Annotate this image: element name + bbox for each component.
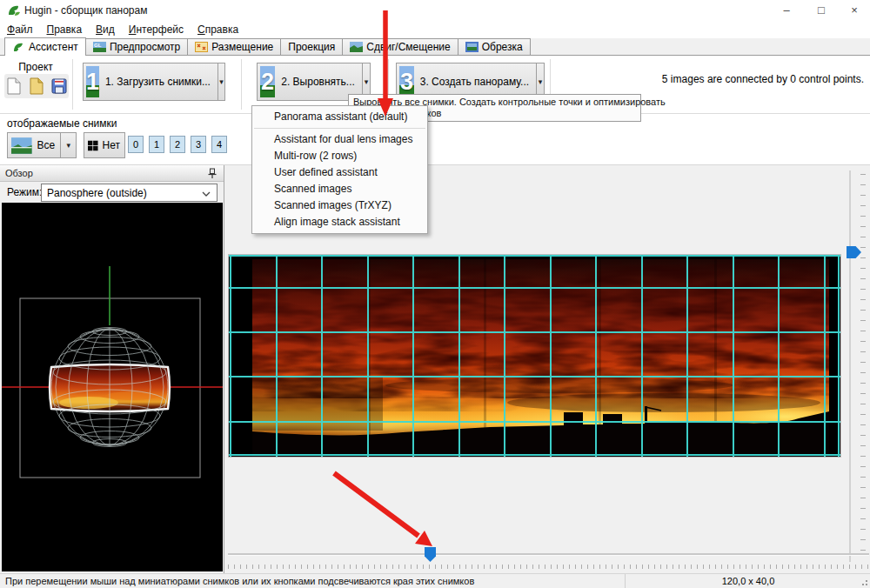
show-none-label: Нет (98, 139, 124, 151)
all-images-icon (11, 137, 32, 154)
load-images-dropdown-arrow[interactable]: ▾ (218, 63, 224, 100)
step3-icon: 3 (399, 66, 414, 97)
resize-grip[interactable] (860, 578, 868, 586)
menu-view-rest: ид (103, 23, 115, 36)
tab-move-drag-label: Сдвиг/Смещение (366, 41, 450, 53)
show-all-dropdown-arrow[interactable]: ▾ (60, 133, 76, 157)
tab-assistant-label: Ассистент (29, 41, 78, 53)
menu-view[interactable]: Вид (96, 23, 115, 36)
step2-icon: 2 (260, 66, 275, 97)
menu-separator (254, 128, 425, 129)
menu-help-accel: С (197, 23, 205, 36)
mode-label: Режим: (7, 186, 42, 198)
yaw-slider-handle[interactable] (425, 547, 436, 562)
tab-preview-label: Предпросмотр (110, 41, 180, 53)
toolbar-separator (72, 59, 73, 110)
overview-title: Обзор (5, 168, 33, 178)
overview-header[interactable]: Обзор (0, 165, 224, 182)
canvas-size-value: 120,0 x 40,0 (696, 576, 800, 586)
menu-interface-rest: нтерфейс (136, 23, 184, 36)
menu-item-scanned-trxyz[interactable]: Scanned images (TrXYZ) (252, 197, 427, 214)
window-title: Hugin - сборщик панорам (24, 4, 147, 17)
panorama-render (229, 255, 840, 457)
toolbar-separator (241, 59, 242, 110)
move-drag-icon (350, 42, 363, 52)
hugin-window: Hugin - сборщик панорам – □ × Файл Правк… (0, 0, 870, 588)
show-none-button[interactable]: Нет (84, 132, 125, 158)
menu-edit[interactable]: Правка (47, 23, 83, 36)
load-images-label: 1. Загрузить снимки... (99, 76, 218, 88)
open-project-icon[interactable] (27, 77, 46, 96)
annotation-arrow-slider (327, 468, 440, 551)
projection-mode-select[interactable]: Panosphere (outside) (41, 184, 218, 202)
vertical-ruler-ticks (860, 174, 866, 560)
create-panorama-label: 3. Создать панораму... (414, 76, 536, 88)
tab-move-drag[interactable]: Сдвиг/Смещение (342, 38, 458, 55)
menu-file-rest: айл (15, 23, 32, 36)
minimize-button[interactable]: – (769, 0, 804, 21)
menu-item-multi-row[interactable]: Multi-row (2 rows) (252, 148, 427, 164)
step1-icon: 1 (86, 66, 99, 97)
pitch-slider-handle[interactable] (847, 246, 861, 258)
status-separator (625, 574, 626, 588)
tab-assistant[interactable]: Ассистент (4, 37, 86, 56)
image-toggle-2[interactable]: 2 (170, 136, 185, 153)
menu-item-align-stack[interactable]: Align image stack assistant (252, 214, 427, 231)
menu-help-rest: правка (205, 23, 238, 36)
image-toggle-3[interactable]: 3 (191, 136, 206, 153)
crop-icon (465, 42, 478, 52)
maximize-button[interactable]: □ (804, 0, 839, 21)
panorama-preview[interactable] (228, 254, 841, 458)
horizontal-slider-track[interactable] (228, 553, 869, 556)
menu-file[interactable]: Файл (7, 23, 33, 36)
tab-layout[interactable]: Размещение (187, 38, 281, 55)
overview-mode-row: Режим: Panosphere (outside) (0, 182, 224, 203)
menu-help[interactable]: Справка (197, 23, 238, 36)
new-project-icon[interactable] (4, 77, 23, 96)
menu-item-panorama-assistant[interactable]: Panorama assistant (default) (252, 109, 427, 125)
assistant-dropdown-menu: Panorama assistant (default) Assistant f… (251, 105, 428, 234)
menu-bar: Файл Правка Вид Интерфейс Справка (0, 21, 870, 38)
chevron-down-icon (202, 191, 211, 197)
displayed-images-label: отображаемые снимки (7, 117, 117, 130)
pin-icon[interactable] (207, 168, 218, 179)
no-images-icon (88, 138, 98, 153)
panosphere-preview[interactable] (2, 203, 223, 571)
save-project-icon[interactable] (50, 77, 69, 96)
hugin-app-icon (7, 3, 21, 17)
image-toggle-1[interactable]: 1 (149, 136, 164, 153)
tab-crop-label: Обрезка (482, 41, 523, 53)
step3-number: 3 (399, 66, 414, 97)
menu-item-dual-lens[interactable]: Assistant for dual lens images (252, 131, 427, 148)
load-images-button[interactable]: 1 1. Загрузить снимки... ▾ (83, 63, 225, 101)
status-bar: При перемещении мыши над миниатюрами сни… (0, 573, 870, 588)
tab-bar: Ассистент GL Предпросмотр Размещение Про… (0, 38, 870, 56)
tab-projection[interactable]: Проекция (280, 38, 343, 55)
tab-projection-label: Проекция (288, 41, 335, 53)
tab-layout-label: Размещение (211, 41, 273, 53)
step2-number: 2 (260, 66, 275, 97)
assistant-icon (12, 42, 25, 52)
connection-status-text: 5 images are connected by 0 control poin… (557, 73, 864, 85)
image-toggle-0[interactable]: 0 (128, 136, 144, 153)
tab-crop[interactable]: Обрезка (458, 38, 531, 55)
vertical-slider-track[interactable] (849, 170, 851, 562)
menu-edit-accel: П (47, 23, 55, 36)
show-all-images-button[interactable]: Все ▾ (7, 132, 77, 158)
menu-item-user-defined[interactable]: User defined assistant (252, 164, 427, 181)
menu-file-accel: Ф (7, 23, 15, 36)
layout-icon (195, 42, 208, 52)
status-message: При перемещении мыши над миниатюрами сни… (5, 576, 474, 586)
align-label: 2. Выровнять... (275, 76, 362, 88)
tab-preview[interactable]: GL Предпросмотр (85, 38, 188, 55)
gl-preview-icon: GL (93, 42, 106, 52)
horizontal-ruler-ticks (228, 565, 869, 569)
project-buttons-group (4, 74, 69, 98)
close-button[interactable]: × (837, 0, 870, 21)
overview-panel: Обзор Режим: Panosphere (outside) (0, 165, 224, 573)
image-toggle-4[interactable]: 4 (211, 136, 227, 153)
menu-interface[interactable]: Интерфейс (129, 23, 184, 36)
menu-view-accel: В (96, 23, 103, 36)
image-toggle-buttons: 0 1 2 3 4 (128, 136, 227, 153)
menu-item-scanned-images[interactable]: Scanned images (252, 181, 427, 197)
